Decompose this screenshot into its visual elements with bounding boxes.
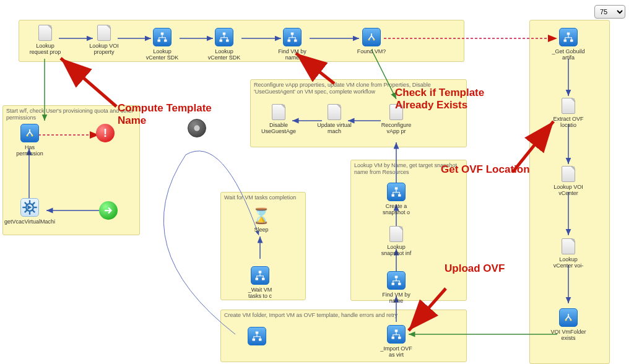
svg-rect-57 <box>256 278 259 280</box>
svg-rect-50 <box>395 188 398 190</box>
workflow-icon <box>248 327 266 345</box>
svg-rect-31 <box>220 40 223 42</box>
gear-icon <box>20 198 39 217</box>
svg-point-37 <box>373 39 375 41</box>
node-lookup-vcenter-sdk-2[interactable]: Lookup vCenter SDK <box>206 28 243 61</box>
svg-rect-59 <box>256 332 259 334</box>
node-disable-useguestage[interactable]: Disable UseGuestAge <box>260 104 297 134</box>
script-icon <box>38 25 52 41</box>
workflow-icon <box>387 325 406 344</box>
success-arrow-icon <box>99 201 118 220</box>
decision-icon <box>362 28 381 46</box>
hourglass-icon: ⌛ <box>252 207 271 225</box>
svg-rect-29 <box>164 40 167 42</box>
zoom-select[interactable]: 75 <box>594 5 625 19</box>
svg-rect-53 <box>395 276 398 279</box>
script-icon <box>272 104 285 120</box>
node-wait-vm-tasks[interactable]: _Wait VM tasks to c <box>241 266 279 299</box>
node-lookup-vcenter-sdk-1[interactable]: Lookup vCenter SDK <box>144 28 181 61</box>
svg-rect-67 <box>570 40 573 42</box>
node-bottom-left-wf[interactable] <box>238 327 276 345</box>
node-voi-vmfolder-exists[interactable]: VOI VmFolder exists <box>550 308 587 341</box>
node-lookup-request-prop[interactable]: Lookup request prop <box>27 25 64 55</box>
annotation-get-ovf: Get OVF Location <box>441 163 540 176</box>
node-lookup-snapshot-inf[interactable]: Lookup snapshot inf <box>378 226 415 256</box>
svg-rect-64 <box>398 337 401 339</box>
node-lookup-voi-vcenter[interactable]: Lookup VOI vCenter <box>550 166 587 196</box>
node-extract-ovf-locatio[interactable]: Extract OVF locatio <box>550 98 587 128</box>
node-found-vm[interactable]: Found VM? <box>353 28 390 54</box>
svg-rect-54 <box>392 283 395 285</box>
node-lookup-voi-property[interactable]: Lookup VOI property <box>85 25 123 55</box>
workflow-icon <box>387 183 406 201</box>
svg-rect-33 <box>291 33 294 35</box>
svg-rect-61 <box>259 339 262 341</box>
svg-line-45 <box>25 202 27 205</box>
node-get-vcac-virtual-machi[interactable]: getVcacVirtualMachi <box>11 198 48 225</box>
svg-rect-51 <box>392 194 395 197</box>
svg-point-36 <box>368 39 370 41</box>
annotation-compute-template: Compute Template Name <box>118 102 223 127</box>
svg-rect-66 <box>564 40 567 42</box>
svg-line-48 <box>33 202 35 205</box>
svg-rect-27 <box>161 33 164 35</box>
script-icon <box>97 25 111 41</box>
svg-rect-63 <box>392 337 395 339</box>
workflow-icon <box>153 28 172 46</box>
svg-rect-30 <box>223 33 226 35</box>
svg-rect-35 <box>294 40 297 42</box>
svg-point-69 <box>570 319 572 321</box>
svg-rect-58 <box>262 278 265 280</box>
workflow-icon <box>283 28 302 46</box>
svg-rect-60 <box>253 339 256 341</box>
svg-line-46 <box>33 210 35 213</box>
svg-rect-52 <box>398 194 401 197</box>
node-sleep[interactable]: ⌛ Sleep <box>243 207 280 233</box>
box-permissions-title: Start w/f, check User's provisioning quo… <box>6 108 136 121</box>
svg-rect-56 <box>259 271 262 274</box>
node-lookup-vcenter-voi[interactable]: Lookup vCenter voi- <box>550 238 587 269</box>
svg-rect-62 <box>395 330 398 332</box>
node-update-virtual-mach[interactable]: Update virtual mach <box>316 104 353 134</box>
svg-point-39 <box>32 135 33 137</box>
workflow-icon <box>215 28 233 46</box>
node-has-permission[interactable]: Has permission <box>11 124 48 157</box>
svg-point-38 <box>27 135 28 137</box>
svg-line-47 <box>25 210 27 213</box>
decision-icon <box>20 124 39 142</box>
script-icon <box>562 166 575 182</box>
svg-rect-55 <box>398 283 401 285</box>
svg-rect-28 <box>158 40 161 42</box>
svg-rect-65 <box>567 33 570 35</box>
node-get-gobuild-artifa[interactable]: _Get Gobuild artifa <box>550 28 587 61</box>
annotation-upload-ovf: Upload OVF <box>445 262 519 275</box>
script-icon <box>562 238 575 254</box>
box-create-folder-title: Create VM folder, Import VM as OVF templ… <box>224 312 397 319</box>
script-icon <box>562 98 575 114</box>
svg-rect-34 <box>288 40 291 42</box>
svg-point-68 <box>565 319 567 321</box>
workflow-icon <box>387 271 406 290</box>
workflow-icon <box>251 266 269 285</box>
node-success-end[interactable] <box>96 201 121 220</box>
node-find-vm-by-name-inner[interactable]: Find VM by name <box>378 271 415 304</box>
node-error-end[interactable]: ! <box>93 124 118 142</box>
script-icon <box>328 104 341 120</box>
script-icon <box>389 226 403 242</box>
box-wait-tasks-title: Wait for VM tasks completion <box>224 194 296 201</box>
node-import-ovf[interactable]: _Import OVF as virt <box>378 325 415 358</box>
error-icon: ! <box>96 124 115 142</box>
node-create-snapshot[interactable]: Create a snapshot o <box>378 183 415 215</box>
node-find-vm-by-name-top[interactable]: Find VM by name <box>274 28 311 61</box>
svg-line-23 <box>61 58 116 106</box>
svg-rect-32 <box>226 40 229 42</box>
annotation-check-template: Check if Template Already Exists <box>395 87 513 111</box>
workflow-icon <box>559 28 578 46</box>
decision-icon <box>559 308 578 327</box>
